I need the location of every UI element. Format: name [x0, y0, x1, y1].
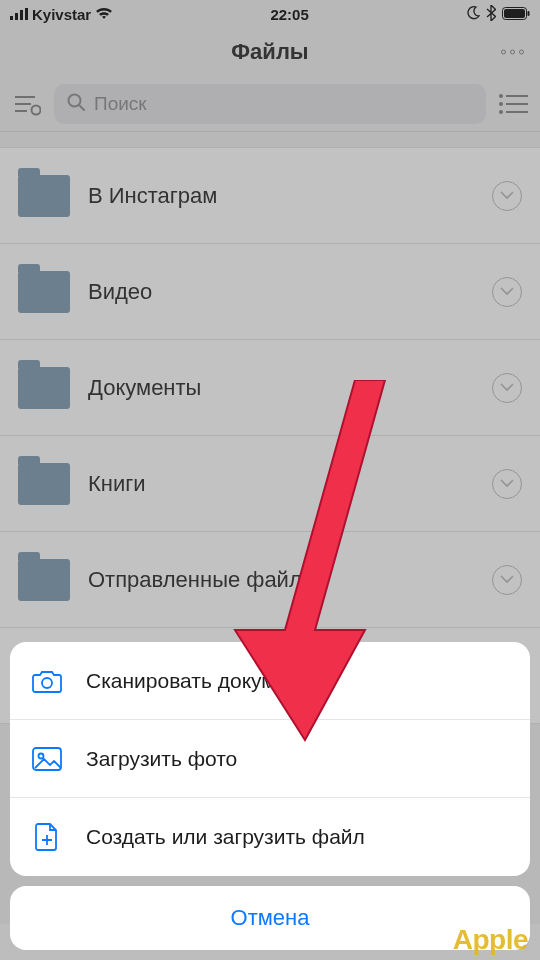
upload-photo-label: Загрузить фото — [86, 747, 237, 771]
cancel-button[interactable]: Отмена — [10, 886, 530, 950]
action-sheet: Сканировать документ Загрузить фото Созд… — [10, 642, 530, 950]
svg-point-19 — [42, 678, 52, 688]
file-plus-icon — [30, 822, 64, 852]
action-sheet-group: Сканировать документ Загрузить фото Созд… — [10, 642, 530, 876]
image-icon — [30, 746, 64, 772]
upload-photo-button[interactable]: Загрузить фото — [10, 720, 530, 798]
cancel-label: Отмена — [231, 905, 310, 931]
svg-point-21 — [39, 753, 44, 758]
create-upload-button[interactable]: Создать или загрузить файл — [10, 798, 530, 876]
cancel-group: Отмена — [10, 886, 530, 950]
create-upload-label: Создать или загрузить файл — [86, 825, 365, 849]
camera-icon — [30, 668, 64, 694]
scan-label: Сканировать документ — [86, 669, 309, 693]
scan-document-button[interactable]: Сканировать документ — [10, 642, 530, 720]
